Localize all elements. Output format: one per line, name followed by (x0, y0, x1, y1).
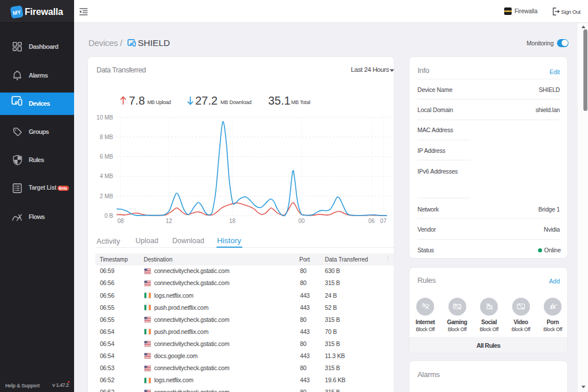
svg-text:6 MB: 6 MB (100, 153, 114, 160)
svg-text:2 MB: 2 MB (100, 193, 114, 199)
svg-text:08: 08 (117, 218, 124, 224)
svg-text:0 B: 0 B (105, 213, 113, 219)
svg-text:00: 00 (298, 218, 305, 224)
svg-text:06: 06 (368, 218, 375, 224)
svg-text:MY: MY (12, 8, 21, 16)
svg-text:10 MB: 10 MB (96, 114, 113, 121)
svg-text:+: + (555, 303, 557, 306)
svg-text:4 MB: 4 MB (100, 173, 114, 179)
svg-text:8 MB: 8 MB (100, 134, 114, 140)
svg-text:18: 18 (229, 218, 236, 224)
svg-text:12: 12 (165, 218, 172, 224)
svg-text:07: 07 (380, 218, 387, 224)
